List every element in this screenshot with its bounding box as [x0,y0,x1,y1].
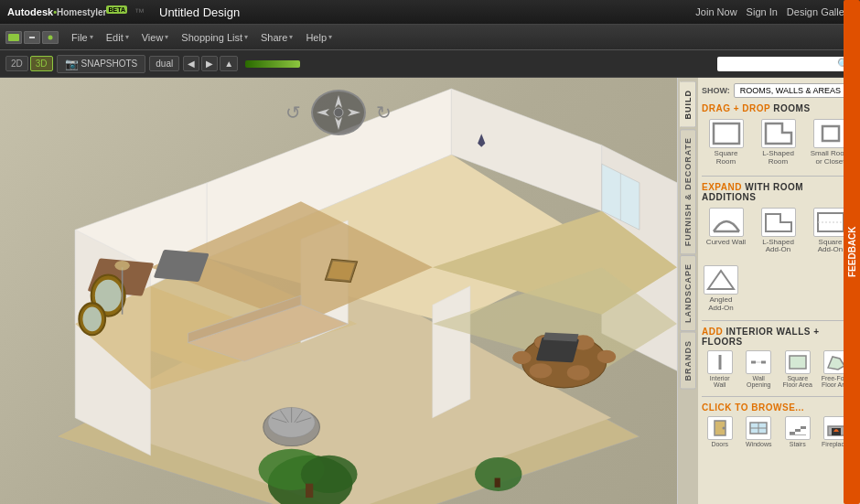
feedback-button[interactable]: FEEDBACK [844,0,860,504]
autodesk-logo: Autodesk • HomestylerBETA [7,6,127,17]
view-2d-button[interactable]: 2D [5,56,28,71]
snapshots-button[interactable]: 📷 SNAPSHOTS [57,55,146,73]
svg-marker-6 [335,117,342,130]
interior-wall-item[interactable]: InteriorWall [702,350,738,389]
right-panel: BUILD FURNISH & DECORATE LANDSCAPE BRAND… [677,78,860,504]
shopping-list-menu[interactable]: Shopping List ▾ [176,30,253,45]
logo-icon-1 [5,31,22,44]
svg-point-52 [597,350,617,363]
svg-point-9 [334,108,343,117]
floor-plan-3d [0,78,677,504]
browse-header: CLICK TO BROWSE... [702,402,855,413]
svg-rect-62 [714,123,739,144]
panel-wrapper: BUILD FURNISH & DECORATE LANDSCAPE BRAND… [678,78,860,504]
camera-icon: 📷 [65,58,79,70]
svg-rect-81 [790,432,795,434]
angled-addon-icon [704,265,738,295]
square-room-item[interactable]: SquareRoom [702,117,750,168]
expand-header: EXPAND WITH ROOM ADDITIONS [702,182,855,202]
show-select[interactable]: ROOMS, WALLS & AREAS [734,83,859,98]
vertical-tabs: BUILD FURNISH & DECORATE LANDSCAPE BRAND… [678,78,698,504]
svg-marker-5 [335,95,342,108]
nav-arrows: ◀ ▶ ▲ [183,56,238,71]
angled-addon-item[interactable]: AngledAdd-On [702,263,740,315]
brands-tab[interactable]: BRANDS [680,332,696,390]
interior-wall-icon [707,350,733,374]
wall-opening-icon [746,350,771,374]
nav-up-button[interactable]: ▲ [220,56,238,71]
svg-point-4 [48,35,53,39]
logo-icon-3 [42,31,59,44]
svg-rect-45 [495,478,500,488]
square-addon-icon [813,208,848,237]
share-menu[interactable]: Share ▾ [255,30,298,45]
top-bar-right: Join Now Sign In Design Gallery [695,6,853,17]
join-now-link[interactable]: Join Now [695,6,736,17]
zoom-bar [245,60,300,68]
angled-addon-row: AngledAdd-On [702,263,855,315]
divider-1 [702,176,855,177]
walls-floors-grid: InteriorWall WallOpening [702,350,855,389]
rooms-grid: SquareRoom L-ShapedRoom [702,117,855,168]
svg-rect-84 [790,434,806,435]
sign-in-link[interactable]: Sign In [747,6,778,17]
svg-marker-69 [708,271,734,289]
view-toggle: 2D 3D [5,56,53,71]
svg-rect-83 [801,426,806,429]
doors-item[interactable]: Doors [702,416,738,448]
walls-floors-header: ADD INTERIOR WALLS + FLOORS [702,327,855,347]
logo-icon-2 [24,31,40,44]
menu-bar: File ▾ Edit ▾ View ▾ Shopping List ▾ Sha… [0,25,860,50]
curved-wall-item[interactable]: Curved Wall [702,206,750,257]
wall-opening-item[interactable]: WallOpening [741,350,778,389]
top-bar: Autodesk • HomestylerBETA ™ Untitled Des… [0,0,860,25]
rotate-left-button[interactable]: ↺ [285,102,301,123]
canvas-area[interactable]: ↺ ↻ [0,78,677,504]
compass-ring[interactable] [311,90,366,135]
browse-grid: Doors Windows [702,416,855,448]
windows-item[interactable]: Windows [741,416,778,448]
svg-point-61 [114,261,129,270]
additions-grid: Curved Wall L-ShapedAdd-On [702,206,855,257]
nav-forward-button[interactable]: ▶ [201,56,218,71]
svg-marker-7 [317,109,329,116]
l-shaped-room-icon [761,119,796,148]
design-title: Untitled Design [159,5,240,19]
rotate-right-button[interactable]: ↻ [376,102,392,123]
edit-menu[interactable]: Edit ▾ [101,30,134,45]
dual-button[interactable]: dual [149,56,179,71]
curved-wall-icon [709,208,744,237]
l-shaped-addon-icon [761,208,796,237]
svg-point-49 [530,363,553,378]
stairs-item[interactable]: Stairs [779,416,816,448]
svg-marker-8 [348,109,360,116]
view-bar: 2D 3D 📷 SNAPSHOTS dual ◀ ▶ ▲ 🔍 [0,50,860,78]
top-bar-left: Autodesk • HomestylerBETA ™ Untitled Des… [7,5,240,19]
file-menu[interactable]: File ▾ [66,30,99,45]
view-menu[interactable]: View ▾ [136,30,175,45]
doors-icon [707,416,733,440]
svg-marker-75 [828,357,844,370]
stairs-icon [785,416,811,440]
main-area: ↺ ↻ [0,78,860,504]
svg-rect-74 [790,356,806,369]
landscape-tab[interactable]: LANDSCAPE [680,255,696,331]
help-menu[interactable]: Help ▾ [300,30,338,45]
search-input[interactable] [721,59,835,69]
square-floor-item[interactable]: SquareFloor Area [779,350,816,389]
windows-icon [746,416,771,440]
show-row: SHOW: ROOMS, WALLS & AREAS [702,83,855,98]
l-shaped-addon-item[interactable]: L-ShapedAdd-On [754,206,802,257]
build-tab[interactable]: BUILD [680,81,696,128]
svg-point-39 [82,306,102,331]
small-room-icon [813,119,848,148]
svg-marker-20 [433,286,470,418]
square-room-icon [709,119,744,148]
furnish-decorate-tab[interactable]: FURNISH & DECORATE [680,129,696,254]
navigation-compass[interactable]: ↺ ↻ [302,85,375,140]
svg-point-77 [722,427,725,430]
l-shaped-room-item[interactable]: L-ShapedRoom [754,117,802,168]
view-3d-button[interactable]: 3D [30,56,53,71]
svg-rect-64 [822,126,839,141]
nav-back-button[interactable]: ◀ [183,56,199,71]
